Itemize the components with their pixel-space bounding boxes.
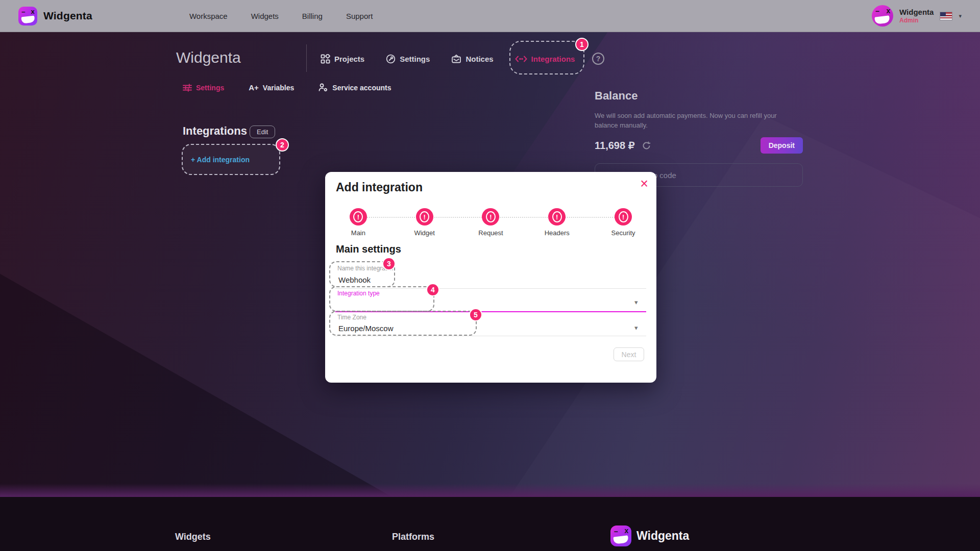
footer-platforms-heading: Platforms: [392, 532, 434, 542]
field-underline-active: [335, 311, 646, 312]
settings-wrench-icon: [386, 54, 396, 64]
chevron-down-icon[interactable]: ▾: [634, 298, 638, 306]
section-heading: Main settings: [336, 243, 401, 255]
page-title: Widgenta: [176, 49, 241, 66]
field-timezone-value[interactable]: Europe/Moscow: [338, 324, 394, 333]
refresh-icon[interactable]: [642, 141, 651, 151]
nav-link-billing[interactable]: Billing: [302, 12, 323, 20]
projects-grid-icon: [321, 54, 330, 64]
background-shape: [0, 484, 980, 497]
footer-brand[interactable]: −x Widgenta: [610, 525, 689, 546]
step-circle-icon: !: [615, 208, 632, 226]
step-circle-icon: !: [350, 208, 367, 226]
page-tabs: Projects Settings Notices: [321, 48, 575, 69]
user-role: Admin: [899, 17, 934, 24]
step-widget[interactable]: ! Widget: [391, 208, 458, 237]
annotation-badge-3: 3: [382, 257, 396, 270]
sliders-icon: [183, 84, 192, 92]
footer: Widgets Platforms −x Widgenta: [0, 497, 980, 551]
step-security[interactable]: ! Security: [590, 208, 656, 237]
add-integration-label[interactable]: + Add integration: [191, 156, 250, 164]
balance-panel: Balance We will soon add automatic payme…: [595, 89, 803, 103]
widgenta-logo-icon: −x: [18, 7, 37, 26]
annotation-badge-5: 5: [469, 308, 482, 321]
language-flag-icon[interactable]: [940, 12, 952, 20]
stepper: ! Main ! Widget ! Request ! Headers ! Se…: [325, 208, 656, 237]
tab-integrations[interactable]: Integrations: [515, 55, 575, 63]
balance-amount-row: 11,698 ₽ Deposit: [595, 138, 803, 153]
footer-brand-name: Widgenta: [636, 529, 689, 543]
chevron-down-icon[interactable]: ▾: [959, 13, 962, 19]
modal-title: Add integration: [336, 181, 423, 194]
navbar-brand[interactable]: −x Widgenta: [18, 7, 92, 26]
notices-mail-icon: [451, 54, 461, 64]
edit-button[interactable]: Edit: [250, 126, 275, 138]
deposit-button[interactable]: Deposit: [761, 137, 803, 154]
integrations-heading: Integrations: [183, 124, 247, 138]
step-circle-icon: !: [416, 208, 433, 226]
field-name-value[interactable]: Webhook: [338, 276, 371, 284]
subtab-variables[interactable]: A+ Variables: [249, 83, 294, 92]
tab-settings[interactable]: Settings: [386, 54, 430, 64]
step-request[interactable]: ! Request: [458, 208, 524, 237]
navbar-user-area[interactable]: −x Widgenta Admin ▾: [872, 5, 962, 27]
field-timezone-label: Time Zone: [337, 314, 366, 321]
nav-link-widgets[interactable]: Widgets: [251, 12, 279, 20]
footer-widgets-heading: Widgets: [175, 532, 211, 542]
next-button: Next: [614, 347, 644, 361]
annotation-badge-1: 1: [575, 38, 589, 51]
step-headers[interactable]: ! Headers: [524, 208, 590, 237]
service-account-icon: [318, 83, 328, 92]
help-icon[interactable]: ?: [592, 53, 604, 65]
step-main[interactable]: ! Main: [325, 208, 391, 237]
variables-a-plus-icon: A+: [249, 83, 259, 92]
tab-projects[interactable]: Projects: [321, 54, 364, 64]
step-circle-icon: !: [548, 208, 566, 226]
add-integration-modal: Add integration × ! Main ! Widget ! Requ…: [325, 172, 656, 383]
close-icon[interactable]: ×: [640, 175, 648, 193]
annotation-badge-2: 2: [276, 138, 289, 152]
integrations-code-icon: [515, 56, 527, 62]
tab-notices[interactable]: Notices: [451, 54, 493, 64]
balance-heading: Balance: [595, 89, 803, 103]
user-avatar[interactable]: −x: [872, 5, 893, 27]
sub-tabs: Settings A+ Variables Service accounts: [183, 83, 391, 92]
widgenta-logo-icon: −x: [610, 525, 631, 546]
balance-amount: 11,698 ₽: [595, 139, 634, 152]
subtab-settings[interactable]: Settings: [183, 84, 224, 92]
step-circle-icon: !: [482, 208, 499, 226]
nav-link-workspace[interactable]: Workspace: [189, 12, 228, 20]
user-name: Widgenta: [899, 8, 934, 17]
balance-note: We will soon add automatic payments. Now…: [595, 111, 799, 131]
field-underline: [335, 288, 646, 289]
field-type-label: Integration type: [337, 290, 380, 297]
nav-link-support[interactable]: Support: [346, 12, 373, 20]
divider: [306, 44, 307, 72]
navbar-brand-name: Widgenta: [43, 10, 92, 22]
top-navbar: −x Widgenta Workspace Widgets Billing Su…: [0, 0, 980, 32]
annotation-badge-4: 4: [426, 283, 439, 296]
field-underline: [335, 336, 646, 336]
chevron-down-icon[interactable]: ▾: [634, 324, 638, 332]
navbar-links: Workspace Widgets Billing Support: [189, 12, 373, 20]
subtab-service-accounts[interactable]: Service accounts: [318, 83, 391, 92]
